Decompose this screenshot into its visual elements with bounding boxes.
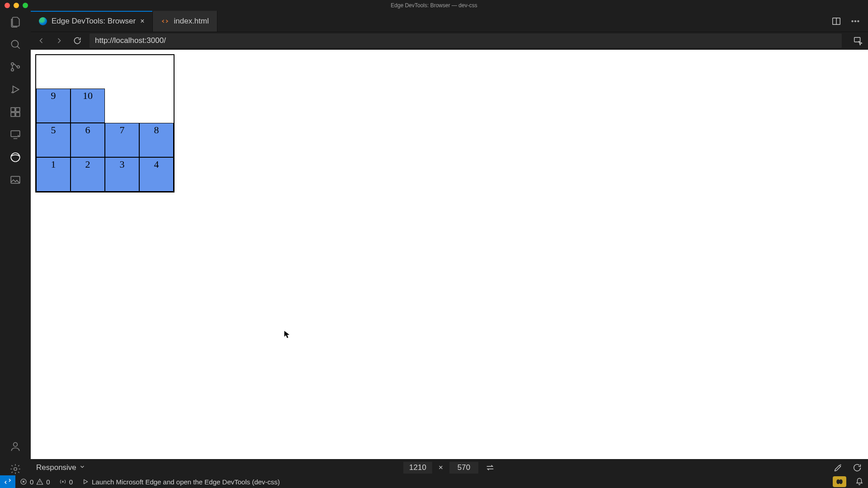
launch-task-label: Launch Microsoft Edge and open the Edge … (92, 478, 280, 486)
svg-rect-4 (11, 108, 15, 112)
problems-status[interactable]: 0 0 (15, 478, 55, 486)
swap-dimensions-icon[interactable] (485, 462, 495, 473)
traffic-lights (5, 3, 28, 8)
svg-rect-7 (16, 113, 20, 117)
flex-container: 1 2 3 4 5 6 7 8 9 10 (35, 54, 175, 192)
svg-point-19 (62, 481, 63, 483)
flex-item: 4 (139, 157, 174, 192)
mouse-cursor-icon (284, 330, 290, 339)
responsive-mode-dropdown[interactable]: Responsive (36, 463, 85, 472)
error-icon (20, 478, 27, 485)
notifications-icon[interactable] (851, 478, 868, 486)
screencast-edit-icon[interactable] (833, 462, 844, 473)
search-icon[interactable] (9, 38, 22, 51)
image-preview-icon[interactable] (9, 174, 22, 186)
split-editor-icon[interactable] (831, 16, 842, 27)
flex-item: 6 (71, 123, 105, 157)
svg-point-1 (11, 63, 14, 65)
svg-point-3 (17, 66, 19, 68)
remote-explorer-icon[interactable] (9, 128, 22, 141)
flex-item: 8 (139, 123, 174, 157)
chevron-down-icon (79, 463, 85, 472)
settings-gear-icon[interactable] (9, 463, 22, 475)
tab-label: index.html (174, 17, 208, 26)
window-title: Edge DevTools: Browser — dev-css (391, 2, 477, 9)
window-titlebar: Edge DevTools: Browser — dev-css (0, 0, 868, 11)
svg-point-0 (11, 40, 18, 47)
minimize-window-icon[interactable] (14, 3, 19, 8)
back-icon[interactable] (35, 35, 47, 47)
more-actions-icon[interactable] (850, 16, 861, 27)
close-window-icon[interactable] (5, 3, 10, 8)
inspect-element-icon[interactable] (853, 35, 863, 46)
svg-point-2 (11, 69, 14, 71)
run-debug-icon[interactable] (9, 83, 22, 96)
tab-index-html[interactable]: index.html (153, 11, 217, 32)
html-file-icon (161, 17, 169, 25)
source-control-icon[interactable] (9, 61, 22, 73)
edge-icon (39, 17, 47, 25)
viewport-width-input[interactable] (403, 462, 432, 474)
svg-rect-17 (854, 38, 860, 42)
editor-tabs: Edge DevTools: Browser × index.html (31, 11, 868, 32)
extensions-icon[interactable] (9, 106, 22, 118)
viewport-height-input[interactable] (449, 462, 478, 474)
launch-task-status[interactable]: Launch Microsoft Edge and open the Edge … (77, 478, 284, 486)
accounts-icon[interactable] (9, 440, 22, 453)
flex-item: 9 (36, 89, 71, 123)
copilot-status-icon[interactable] (833, 476, 846, 487)
responsive-mode-label: Responsive (36, 463, 76, 472)
debug-launch-icon (82, 478, 89, 485)
svg-rect-6 (11, 113, 15, 117)
flex-item: 2 (71, 157, 105, 192)
explorer-icon[interactable] (9, 15, 22, 28)
status-bar: 0 0 0 Launch Microsoft Edge and open the… (0, 475, 868, 488)
warning-count: 0 (46, 478, 50, 486)
url-input[interactable] (90, 33, 842, 48)
activity-bar (0, 11, 31, 475)
flex-item: 1 (36, 157, 71, 192)
dimensions-separator: × (439, 463, 443, 472)
edge-devtools-icon[interactable] (9, 151, 22, 164)
flex-item: 10 (71, 89, 105, 123)
svg-point-14 (852, 21, 853, 22)
browser-address-bar (31, 32, 868, 50)
broadcast-icon (59, 478, 66, 485)
zoom-window-icon[interactable] (23, 3, 28, 8)
flex-item: 3 (105, 157, 139, 192)
svg-point-11 (14, 442, 18, 446)
browser-viewport[interactable]: 1 2 3 4 5 6 7 8 9 10 (31, 50, 868, 459)
close-tab-icon[interactable]: × (140, 17, 144, 25)
warning-icon (36, 478, 43, 485)
ports-status[interactable]: 0 (55, 478, 77, 486)
svg-point-12 (14, 468, 17, 471)
device-emulation-bar: Responsive × (31, 459, 868, 475)
svg-point-15 (855, 21, 856, 22)
error-count: 0 (30, 478, 33, 486)
rotate-icon[interactable] (852, 462, 863, 473)
flex-item: 5 (36, 123, 71, 157)
svg-point-9 (11, 153, 20, 162)
reload-icon[interactable] (71, 35, 83, 47)
ports-count: 0 (69, 478, 73, 486)
flex-item: 7 (105, 123, 139, 157)
svg-point-21 (839, 479, 843, 484)
remote-indicator-icon[interactable] (0, 475, 15, 488)
svg-point-16 (858, 21, 859, 22)
tab-edge-devtools-browser[interactable]: Edge DevTools: Browser × (31, 11, 153, 32)
tab-label: Edge DevTools: Browser (52, 17, 136, 26)
svg-rect-5 (16, 108, 20, 112)
forward-icon[interactable] (53, 35, 65, 47)
